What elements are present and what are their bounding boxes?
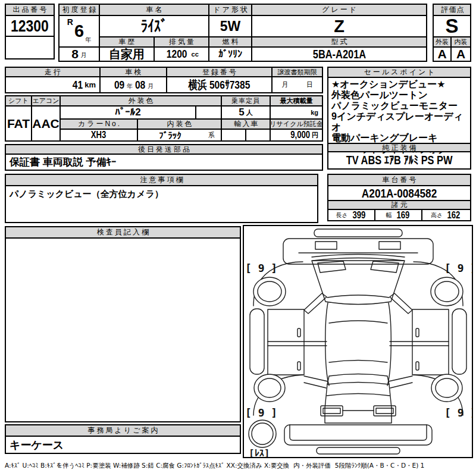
- length-value: 399: [352, 210, 365, 220]
- later-parts-value: 保証書 車両取説 予備ｷｰ: [6, 155, 322, 170]
- car-name-header: 車名: [100, 5, 209, 16]
- lot-number-header: 出品番号: [6, 5, 54, 16]
- rear-bumper: [284, 425, 432, 445]
- headlight-right: [379, 242, 400, 249]
- transfer-day-unit: 日: [306, 80, 313, 89]
- inspector-box: 検査員記入欄: [5, 226, 241, 422]
- grade-value: Z: [252, 16, 426, 37]
- lot-number-box: 出品番号 12300: [5, 4, 55, 60]
- spec-length-cell: 長さ 399: [328, 210, 375, 220]
- displacement-value: 1200: [167, 48, 187, 61]
- width-label: 幅: [386, 211, 392, 220]
- roof-edge-left: [325, 303, 329, 386]
- door-shape-value: 5W: [209, 16, 252, 37]
- exterior-color-header: 外装色: [61, 96, 222, 107]
- door-panels: [268, 309, 304, 375]
- aircon-header: エアコン: [32, 96, 61, 107]
- transfer-docs-header: 譲渡書類期限: [273, 68, 322, 77]
- fuel-value: ｶﾞｿﾘﾝ: [209, 48, 252, 61]
- tire-mark-rear-right: [ 9 ]: [444, 406, 472, 419]
- spare-tire: [249, 420, 276, 447]
- transfer-docs-value-cell: 月 日: [273, 77, 322, 92]
- displacement-unit: cc: [192, 51, 199, 58]
- interior-color-suffix: 系: [202, 130, 222, 140]
- equipment-header: 純正装備: [328, 143, 470, 152]
- lot-number-value: 12300: [6, 16, 54, 37]
- later-parts-box: 後日発送部品 保証書 車両取説 予備ｷｰ: [5, 144, 323, 171]
- transfer-month-unit: 月: [281, 80, 288, 89]
- first-registration-year-cell: R 6 年: [60, 16, 100, 48]
- model-code-header: 型式: [252, 37, 426, 48]
- displacement-value-cell: 1200 cc: [155, 48, 209, 61]
- first-registration-header: 初度登録: [60, 5, 100, 16]
- rear-window: [327, 374, 389, 385]
- inspector-header: 検査員記入欄: [6, 227, 240, 239]
- front-upper-grille: [314, 229, 402, 237]
- sales-points-header: セールスポイント: [328, 68, 470, 78]
- lot-number-empty-cell: [6, 37, 54, 58]
- auction-sheet: 出品番号 12300 初度登録 R 6 年 8 月 車名 ﾗｲｽﾞ 車歴 自家用…: [0, 0, 476, 476]
- model-code-value: 5BA-A201A: [252, 48, 426, 61]
- month-unit: 月: [81, 51, 87, 60]
- spare-tire-mark: [ﾚｽ]: [249, 447, 270, 457]
- tire-mark-front-left: [ 9 ]: [245, 262, 277, 274]
- import-car-cell-2: [246, 130, 271, 140]
- c-pillar-lines: [304, 376, 328, 388]
- rear-bumper-inner: [290, 425, 427, 440]
- score-box: 評価点 S 外装 内装 A A: [433, 4, 471, 62]
- wiper-right: [371, 261, 399, 273]
- car-diagram: [ 9 ] [ 9 ] [ 9 ] [ 9 ] [ﾚｽ]: [244, 226, 472, 457]
- office-value: キーケース: [6, 437, 240, 453]
- exterior-header: 外装: [434, 37, 452, 48]
- history-value: 自家用: [100, 48, 155, 61]
- notes-value: パノラミックビュー（全方位カメラ）: [6, 186, 317, 202]
- import-car-header: 輸入車: [222, 120, 271, 130]
- office-header: 事務局よりご案内: [6, 425, 240, 437]
- sales-point-line: ★オークションデビュー★: [331, 79, 467, 90]
- score-header: 評価点: [434, 5, 470, 16]
- max-load-header: 最大積載量: [271, 96, 322, 107]
- later-parts-header: 後日発送部品: [6, 145, 322, 155]
- inspection-year: 09: [114, 79, 124, 92]
- color-block-box: シフト エアコン FAT AAC 外装色 乗車定員 最大積載量 ﾊﾟｰﾙ2 5 …: [5, 95, 323, 142]
- inspection-month: 08: [135, 79, 145, 92]
- mileage-row-box: 走行 車検 登録番号 譲渡書類期限 41 km 09 年 08 月 横浜 506…: [5, 67, 323, 93]
- first-registration-month-cell: 8 月: [60, 48, 100, 61]
- inspection-year-unit: 年: [127, 82, 133, 90]
- plate-value: 横浜 506ｻ7385: [167, 77, 273, 92]
- height-label: 高さ: [431, 211, 443, 220]
- notes-header: 注意事項欄: [6, 175, 317, 186]
- chassis-box: 車台番号 A201A-0084582 諸元 長さ 399 幅 169 高さ 16…: [327, 174, 471, 221]
- score-value: S: [434, 16, 470, 37]
- width-value: 169: [396, 210, 409, 220]
- fuel-header: 燃料: [209, 37, 252, 48]
- exterior-color-extra-cell: [196, 107, 222, 120]
- taillight-right: [374, 406, 396, 416]
- specs-header: 諸元: [328, 201, 470, 210]
- wiper-left: [318, 261, 346, 273]
- grade-header: グレード: [252, 5, 426, 16]
- roof-rear-arc: [329, 361, 387, 363]
- tire-mark-rear-left: [ 9 ]: [245, 406, 277, 419]
- color-no-header: カラーNo.: [61, 120, 138, 130]
- length-label: 長さ: [336, 211, 348, 220]
- capacity-unit: 人: [246, 108, 253, 117]
- car-diagram-box: [ 9 ] [ 9 ] [ 9 ] [ 9 ] [ﾚｽ]: [243, 225, 473, 458]
- condition-legend: A:ｷｽﾞ U:ﾍｺﾐ B:ｷｽﾞを伴うﾍｺﾐ P:要塗装 W:補修跡 S:錆 …: [5, 462, 471, 470]
- spec-width-cell: 幅 169: [375, 210, 422, 220]
- capacity-value-cell: 5 人: [222, 107, 271, 120]
- sales-point-line: 外装色パールツートン: [331, 90, 467, 101]
- rocker-panel: [250, 309, 264, 374]
- rear-lower-strip: [317, 447, 400, 454]
- recycle-value-cell: 9,000 円: [271, 130, 322, 140]
- plate-header: 登録番号: [167, 68, 273, 77]
- taillight-right-inner: [376, 408, 393, 414]
- inspection-month-unit: 月: [148, 82, 154, 90]
- sales-point-line: 電動パーキングブレーキ: [331, 133, 467, 143]
- mileage-unit: km: [84, 80, 96, 89]
- cowl-arcs: [312, 255, 405, 261]
- tire-mark-front-right: [ 9 ]: [444, 262, 472, 274]
- interior-color-value: ﾌﾞﾗｯｸ: [138, 130, 202, 140]
- max-load-unit: kg: [311, 109, 318, 116]
- side-panel-right: [389, 262, 466, 415]
